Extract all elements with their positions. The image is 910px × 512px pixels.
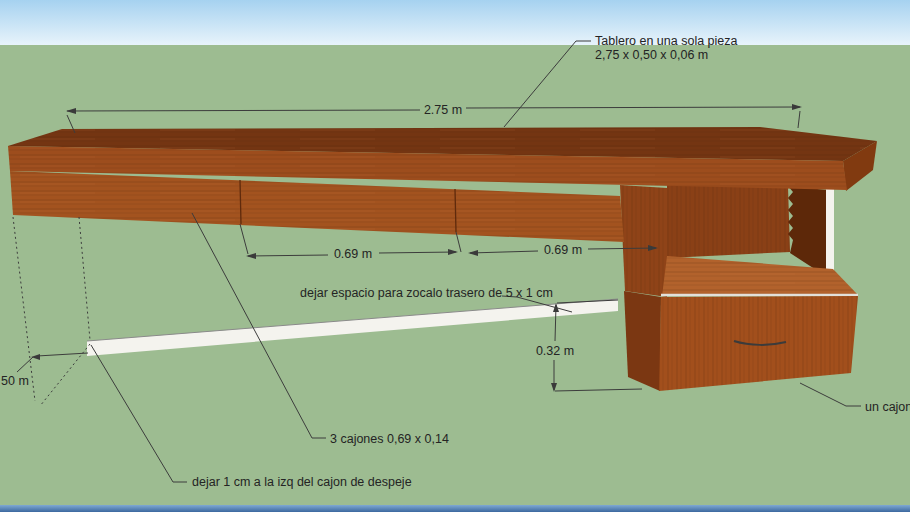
desk-end-panel-grain bbox=[620, 185, 667, 297]
dim-cabinet-height: 0.32 m bbox=[536, 344, 574, 358]
cabinet-drawer-side bbox=[624, 291, 661, 391]
sky-background bbox=[0, 0, 910, 46]
note-drawers: 3 cajones 0,69 x 0,14 bbox=[330, 432, 449, 446]
dim-depth-clipped: 50 m bbox=[1, 374, 29, 388]
sketchup-screenshot: 2.75 m 0.69 m 0.69 m 0.32 m 50 m Tablero… bbox=[0, 0, 910, 512]
dim-drawer-span-2: 0.69 m bbox=[544, 243, 582, 257]
bottom-bar bbox=[0, 505, 910, 512]
model-viewport[interactable]: 2.75 m 0.69 m 0.69 m 0.32 m 50 m Tablero… bbox=[0, 0, 910, 512]
note-board-line2: 2,75 x 0,50 x 0,06 m bbox=[595, 48, 708, 62]
note-board-line1: Tablero en una sola pieza bbox=[595, 34, 738, 48]
note-single-drawer: un cajon bbox=[865, 400, 910, 414]
note-left-gap: dejar 1 cm a la izq del cajon de despeje bbox=[192, 475, 412, 489]
note-baseboard: dejar espacio para zocalo trasero de 5 x… bbox=[300, 286, 553, 300]
dim-drawer-span-1: 0.69 m bbox=[334, 247, 372, 261]
dim-overall-length: 2.75 m bbox=[424, 103, 462, 117]
